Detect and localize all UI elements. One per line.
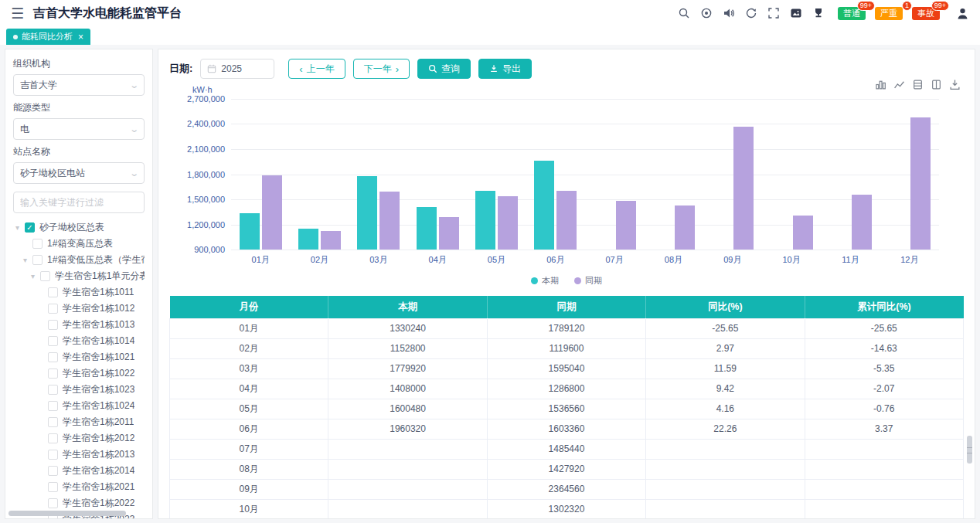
energy-type-select[interactable]: 电 ⌄ (13, 118, 145, 140)
search-icon[interactable] (678, 7, 690, 19)
tree-leaf[interactable]: 学生宿舍1栋2011 (13, 414, 145, 430)
tree-leaf[interactable]: 学生宿舍1栋1023 (13, 382, 145, 398)
table-cell: 01月 (170, 318, 328, 338)
tree-item-label: 学生宿舍1栋1014 (63, 335, 134, 348)
checkbox[interactable]: ✓ (25, 222, 35, 233)
tree-leaf[interactable]: 学生宿舍1栋1014 (13, 333, 145, 349)
alarm-badge-2[interactable]: 事故99+ (912, 7, 940, 20)
sidebar-horizontal-scrollbar[interactable] (9, 511, 126, 516)
prev-year-button[interactable]: ‹ 上一年 (288, 59, 345, 79)
tree-leaf[interactable]: 学生宿舍1栋1024 (13, 398, 145, 414)
tree-leaf[interactable]: 学生宿舍1栋1011 (13, 284, 145, 301)
tree-item-label: 学生宿舍1栋2022 (63, 497, 134, 510)
legend-dot-icon (574, 277, 581, 284)
table-header-cell: 月份 (170, 296, 328, 318)
table-cell: 03月 (170, 358, 328, 379)
next-year-button[interactable]: 下一年 › (353, 59, 410, 79)
table-cell (328, 479, 487, 499)
checkbox[interactable] (48, 336, 58, 346)
volume-icon[interactable] (723, 7, 735, 19)
chevron-left-icon: ‹ (299, 64, 302, 74)
tree-filter-input[interactable] (13, 192, 145, 213)
tree-leaf[interactable]: 学生宿舍1栋1021 (13, 349, 145, 365)
tab-close-icon[interactable]: × (78, 32, 83, 42)
x-axis-label: 08月 (644, 254, 703, 266)
checkbox[interactable] (48, 433, 58, 443)
checkbox[interactable] (48, 450, 58, 460)
org-select[interactable]: 吉首大学 ⌄ (13, 74, 145, 96)
alarm-badge-0[interactable]: 普通99+ (838, 7, 866, 20)
checkbox[interactable] (48, 498, 58, 508)
checkbox[interactable] (32, 255, 43, 265)
tree-leaf[interactable]: 1#箱变高压总表 (13, 236, 145, 252)
table-row: 09月2364560 (170, 479, 964, 499)
tree-node[interactable]: ▾✓砂子坳校区总表 (13, 219, 145, 236)
tree-leaf[interactable]: 学生宿舍1栋2014 (13, 463, 145, 479)
image-icon[interactable] (790, 7, 802, 19)
checkbox[interactable] (48, 385, 58, 395)
table-row: 05月160048015365604.16-0.76 (170, 399, 964, 419)
checkbox[interactable] (32, 239, 43, 249)
hamburger-menu-icon[interactable]: ☰ (11, 6, 24, 21)
checkbox[interactable] (48, 352, 58, 362)
tree-leaf[interactable]: 学生宿舍1栋1012 (13, 301, 145, 317)
table-cell (646, 459, 805, 479)
table-cell: 9.42 (646, 379, 805, 399)
bar-chart-toggle-icon[interactable] (875, 79, 886, 90)
checkbox[interactable] (48, 304, 58, 314)
refresh-icon[interactable] (745, 7, 757, 19)
fullscreen-icon[interactable] (767, 7, 780, 19)
tree-leaf[interactable]: 学生宿舍1栋1013 (13, 317, 145, 333)
caret-down-icon[interactable]: ▾ (31, 272, 40, 280)
table-header-cell: 本期 (328, 296, 487, 318)
tree-node[interactable]: ▾1#箱变低压总表（学生宿舍1,2,9栋） (13, 252, 145, 268)
legend-item[interactable]: 同期 (574, 275, 602, 287)
legend-item[interactable]: 本期 (531, 275, 559, 287)
checkbox[interactable] (48, 417, 58, 427)
alarm-badge-1[interactable]: 严重1 (875, 7, 903, 20)
chevron-down-icon: ⌄ (129, 124, 139, 134)
tree-leaf[interactable]: 学生宿舍1栋2013 (13, 447, 145, 463)
bar-same-period (321, 231, 341, 250)
export-button[interactable]: 导出 (478, 59, 532, 79)
tile-toggle-icon[interactable] (931, 79, 942, 90)
line-chart-toggle-icon[interactable] (893, 79, 905, 90)
caret-down-icon[interactable]: ▾ (23, 256, 32, 264)
checkbox[interactable] (48, 320, 58, 330)
table-cell: 1779920 (328, 358, 487, 379)
table-row: 03月1779920159504011.59-5.35 (170, 358, 964, 379)
tab-active-dot-icon (13, 35, 18, 39)
stack-toggle-icon[interactable] (912, 79, 924, 90)
caret-down-icon[interactable]: ▾ (15, 223, 25, 232)
table-cell: 10月 (170, 499, 328, 519)
year-input-value: 2025 (221, 63, 242, 74)
checkbox[interactable] (48, 482, 58, 492)
year-input[interactable]: 2025 (200, 59, 274, 79)
bar-group (880, 99, 939, 250)
station-select-value: 砂子坳校区电站 (20, 167, 85, 180)
checkbox[interactable] (48, 466, 58, 476)
checkbox[interactable] (48, 401, 58, 411)
x-axis-label: 07月 (585, 254, 644, 266)
trophy-icon[interactable] (812, 7, 825, 19)
bar-same-period (616, 201, 636, 250)
tree-leaf[interactable]: 学生宿舍1栋2012 (13, 430, 145, 447)
save-image-icon[interactable] (949, 79, 961, 90)
tree-leaf[interactable]: 学生宿舍1栋2021 (13, 479, 145, 495)
tree-leaf[interactable]: 学生宿舍1栋1022 (13, 365, 145, 382)
checkbox[interactable] (40, 271, 50, 281)
checkbox[interactable] (48, 368, 58, 379)
table-vertical-scrollbar[interactable] (967, 436, 972, 464)
tab-energy-yoy-analysis[interactable]: 能耗同比分析 × (6, 29, 90, 45)
tab-label: 能耗同比分析 (22, 31, 73, 42)
tree-node[interactable]: ▾学生宿舍1栋1单元分表 (13, 268, 145, 284)
station-select[interactable]: 砂子坳校区电站 ⌄ (13, 162, 145, 184)
checkbox[interactable] (48, 287, 58, 297)
y-axis-tick-label: 2,100,000 (187, 144, 225, 154)
tree-leaf[interactable]: 学生宿舍1栋2022 (13, 495, 145, 511)
target-icon[interactable] (700, 7, 713, 19)
x-axis-label: 06月 (526, 254, 585, 266)
user-icon[interactable] (956, 7, 969, 20)
query-button[interactable]: 查询 (417, 59, 471, 79)
table-cell: 04月 (170, 379, 328, 399)
